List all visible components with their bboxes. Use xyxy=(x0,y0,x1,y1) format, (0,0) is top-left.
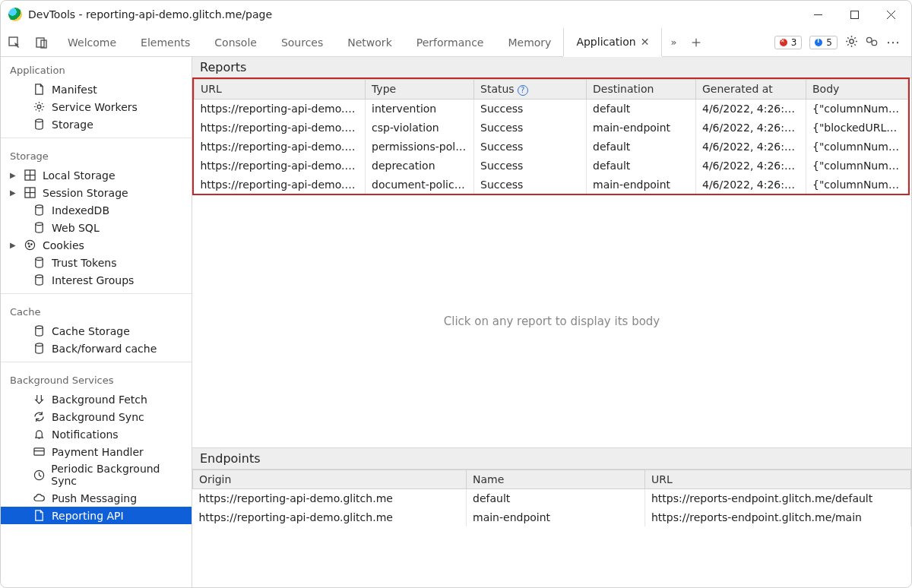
cell-status: Success xyxy=(474,137,587,156)
cell-type: csp-violation xyxy=(366,118,474,137)
cell-origin: https://reporting-api-demo.glitch.me xyxy=(193,507,467,526)
file-icon xyxy=(33,509,46,522)
main-panel: Reports URL Type Status? Destination Gen… xyxy=(192,57,911,587)
table-row[interactable]: https://reporting-api-demo.gli...documen… xyxy=(195,175,908,194)
cell-type: document-policy-... xyxy=(366,175,474,194)
error-count-badge[interactable]: 3 xyxy=(774,36,803,49)
help-icon[interactable]: ? xyxy=(518,85,528,96)
settings-icon[interactable] xyxy=(845,35,858,50)
svg-point-28 xyxy=(36,326,43,329)
svg-point-27 xyxy=(36,275,43,278)
svg-point-26 xyxy=(36,258,43,261)
sidebar-item-session-storage[interactable]: ▶Session Storage xyxy=(1,184,192,201)
table-row[interactable]: https://reporting-api-demo.gli...depreca… xyxy=(195,156,908,175)
tab-application[interactable]: Application✕ xyxy=(563,28,662,57)
window-maximize-button[interactable] xyxy=(837,2,872,27)
bell-icon xyxy=(33,428,46,441)
cell-destination: main-endpoint xyxy=(587,175,696,194)
sidebar-item-storage[interactable]: Storage xyxy=(1,115,192,133)
database-icon xyxy=(33,273,46,286)
cell-url: https://reporting-api-demo.gli... xyxy=(195,118,366,137)
cell-destination: default xyxy=(587,99,696,118)
reports-panel-title: Reports xyxy=(192,57,911,78)
col-name[interactable]: Name xyxy=(467,469,645,488)
tab-memory[interactable]: Memory xyxy=(496,28,563,56)
cell-status: Success xyxy=(474,118,587,137)
sidebar-item-payment-handler[interactable]: Payment Handler xyxy=(1,443,192,460)
sidebar-section-storage: Storage xyxy=(1,143,192,166)
svg-point-21 xyxy=(36,223,43,226)
clock-icon xyxy=(33,469,46,482)
info-count-badge[interactable]: 5 xyxy=(809,36,838,49)
svg-point-9 xyxy=(850,39,853,43)
col-status[interactable]: Status? xyxy=(474,80,587,100)
cell-type: intervention xyxy=(366,99,474,118)
table-row[interactable]: https://reporting-api-demo.gli...csp-vio… xyxy=(195,118,908,137)
more-tabs-icon[interactable]: » xyxy=(662,28,685,56)
sidebar-item-cookies[interactable]: ▶Cookies xyxy=(1,236,192,254)
col-origin[interactable]: Origin xyxy=(193,469,467,488)
application-sidebar: Application Manifest Service Workers Sto… xyxy=(1,57,192,587)
cell-generated: 4/6/2022, 4:26:05 ... xyxy=(696,156,806,175)
sidebar-item-trust-tokens[interactable]: Trust Tokens xyxy=(1,254,192,271)
window-close-button[interactable] xyxy=(873,2,908,27)
cell-url: https://reporting-api-demo.gli... xyxy=(195,99,366,118)
sidebar-item-indexeddb[interactable]: IndexedDB xyxy=(1,201,192,219)
sidebar-item-interest-groups[interactable]: Interest Groups xyxy=(1,271,192,289)
tab-elements[interactable]: Elements xyxy=(128,28,202,56)
cell-status: Success xyxy=(474,175,587,194)
table-icon xyxy=(24,186,36,199)
cell-url: https://reports-endpoint.glitch.me/defau… xyxy=(645,488,911,507)
table-row[interactable]: https://reporting-api-demo.glitch.medefa… xyxy=(193,488,911,507)
sidebar-item-notifications[interactable]: Notifications xyxy=(1,425,192,443)
tab-console[interactable]: Console xyxy=(202,28,269,56)
window-minimize-button[interactable] xyxy=(800,2,835,27)
inspect-element-icon[interactable] xyxy=(1,28,28,56)
tab-welcome[interactable]: Welcome xyxy=(55,28,128,56)
tab-network[interactable]: Network xyxy=(335,28,404,56)
tab-sources[interactable]: Sources xyxy=(269,28,335,56)
more-options-icon[interactable]: ⋯ xyxy=(886,34,901,50)
svg-point-20 xyxy=(36,205,43,208)
svg-rect-30 xyxy=(34,448,44,455)
cell-type: deprecation xyxy=(366,156,474,175)
device-toolbar-icon[interactable] xyxy=(28,28,55,56)
feedback-icon[interactable] xyxy=(866,35,879,50)
sidebar-item-cache-storage[interactable]: Cache Storage xyxy=(1,322,192,340)
sidebar-item-bg-sync[interactable]: Background Sync xyxy=(1,408,192,425)
col-generated[interactable]: Generated at xyxy=(696,80,806,100)
sidebar-item-periodic-sync[interactable]: Periodic Background Sync xyxy=(1,460,192,489)
col-ep-url[interactable]: URL xyxy=(645,469,911,488)
sidebar-item-service-workers[interactable]: Service Workers xyxy=(1,98,192,115)
tab-performance[interactable]: Performance xyxy=(404,28,496,56)
col-body[interactable]: Body xyxy=(806,80,908,100)
cell-origin: https://reporting-api-demo.glitch.me xyxy=(193,488,467,507)
file-icon xyxy=(33,83,46,96)
table-row[interactable]: https://reporting-api-demo.gli...interve… xyxy=(195,99,908,118)
col-destination[interactable]: Destination xyxy=(587,80,696,100)
new-tab-icon[interactable] xyxy=(685,28,708,56)
sidebar-item-bg-fetch[interactable]: Background Fetch xyxy=(1,390,192,408)
sidebar-item-reporting-api[interactable]: Reporting API xyxy=(1,507,192,524)
svg-point-25 xyxy=(29,246,30,248)
svg-point-22 xyxy=(25,240,34,249)
sidebar-section-application: Application xyxy=(1,57,192,81)
cell-generated: 4/6/2022, 4:26:05 ... xyxy=(696,99,806,118)
svg-point-12 xyxy=(37,105,41,109)
close-tab-icon[interactable]: ✕ xyxy=(641,36,650,48)
cell-body: {"columnNumber"... xyxy=(806,156,908,175)
sidebar-section-cache: Cache xyxy=(1,299,192,322)
reports-table: URL Type Status? Destination Generated a… xyxy=(194,79,908,194)
sidebar-item-local-storage[interactable]: ▶Local Storage xyxy=(1,166,192,184)
sidebar-section-background: Background Services xyxy=(1,367,192,390)
sidebar-item-bfcache[interactable]: Back/forward cache xyxy=(1,340,192,357)
sidebar-item-push-messaging[interactable]: Push Messaging xyxy=(1,489,192,507)
table-row[interactable]: https://reporting-api-demo.glitch.memain… xyxy=(193,507,911,526)
col-url[interactable]: URL xyxy=(195,80,366,100)
sidebar-item-manifest[interactable]: Manifest xyxy=(1,81,192,98)
table-row[interactable]: https://reporting-api-demo.gli...permiss… xyxy=(195,137,908,156)
svg-rect-1 xyxy=(850,11,858,18)
col-type[interactable]: Type xyxy=(366,80,474,100)
window-title: DevTools - reporting-api-demo.glitch.me/… xyxy=(28,8,800,21)
sidebar-item-websql[interactable]: Web SQL xyxy=(1,219,192,236)
